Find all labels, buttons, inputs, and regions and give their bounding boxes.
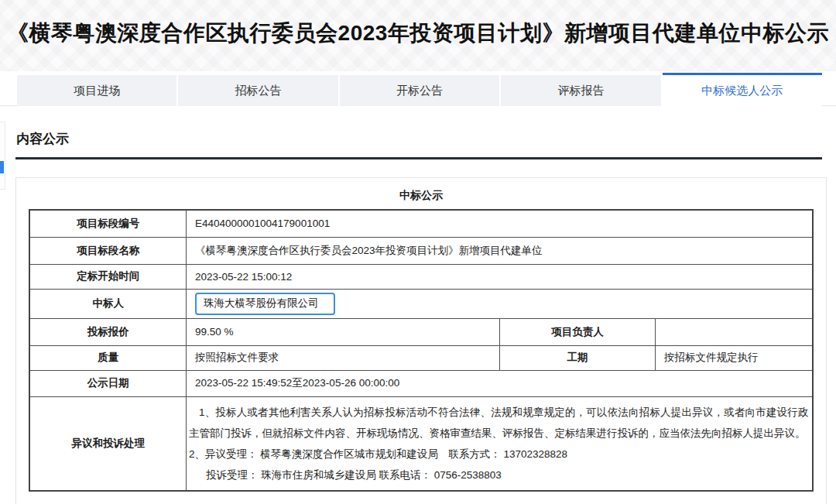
- table-row-publicity-date: 公示日期 2023-05-22 15:49:52至2023-05-26 00:0…: [29, 370, 812, 396]
- notice-panel: 中标公示 项目标段编号 E4404000001004179001001 项目标段…: [15, 177, 827, 504]
- decide-time-label: 定标开始时间: [29, 264, 186, 289]
- objection-paragraph-3: 投诉受理： 珠海市住房和城乡建设局 联系电话： 0756-2538803: [189, 465, 809, 485]
- table-row-objection: 异议和投诉处理 1、投标人或者其他利害关系人认为招标投标活动不符合法律、法规和规…: [29, 396, 812, 491]
- edge-scrollbar-track[interactable]: [0, 122, 5, 190]
- project-manager-value: [655, 318, 812, 345]
- quality-label: 质量: [29, 345, 186, 370]
- tab-bid-opening[interactable]: 开标公告: [340, 73, 501, 106]
- duration-label: 工期: [499, 345, 655, 370]
- decide-time-value: 2023-05-22 15:00:12: [186, 264, 812, 289]
- page: 《横琴粤澳深度合作区执行委员会2023年投资项目计划》新增项目代建单位中标公示 …: [0, 0, 836, 504]
- section-heading-rule: [15, 157, 822, 159]
- edge-scrollbar-thumb[interactable]: [0, 161, 4, 173]
- objection-label: 异议和投诉处理: [29, 396, 186, 491]
- project-name-value: 《横琴粤澳深度合作区执行委员会2023年投资项目计划》新增项目代建单位: [186, 237, 812, 264]
- quality-value: 按照招标文件要求: [186, 345, 499, 370]
- duration-value: 按招标文件规定执行: [655, 345, 812, 370]
- table-row-decide-time: 定标开始时间 2023-05-22 15:00:12: [29, 264, 812, 289]
- table-row-project-name: 项目标段名称 《横琴粤澳深度合作区执行委员会2023年投资项目计划》新增项目代建…: [29, 237, 812, 264]
- winner-value-cell: 珠海大横琴股份有限公司: [186, 289, 812, 318]
- tab-evaluation-report[interactable]: 评标报告: [501, 73, 662, 106]
- table-row-bid-price: 投标报价 99.50 % 项目负责人: [29, 318, 812, 345]
- tab-project-entry[interactable]: 项目进场: [17, 73, 178, 106]
- table-row-quality: 质量 按照招标文件要求 工期 按招标文件规定执行: [29, 345, 812, 370]
- project-code-label: 项目标段编号: [29, 210, 186, 237]
- objection-paragraph-1: 1、投标人或者其他利害关系人认为招标投标活动不符合法律、法规和规章规定的，可以依…: [189, 402, 809, 444]
- tab-winner-candidate-publicity[interactable]: 中标候选人公示: [663, 73, 822, 107]
- table-row-winner: 中标人 珠海大横琴股份有限公司: [29, 289, 812, 318]
- objection-content: 1、投标人或者其他利害关系人认为招标投标活动不符合法律、法规和规章规定的，可以依…: [186, 396, 812, 491]
- table-row-project-code: 项目标段编号 E4404000001004179001001: [29, 210, 812, 237]
- tab-bar: 项目进场 招标公告 开标公告 评标报告 中标候选人公示: [17, 73, 822, 106]
- publicity-date-label: 公示日期: [29, 370, 186, 396]
- winner-label: 中标人: [29, 289, 186, 318]
- tab-tender-announcement[interactable]: 招标公告: [178, 73, 339, 106]
- section-heading: 内容公示: [16, 130, 69, 148]
- page-header: 《横琴粤澳深度合作区执行委员会2023年投资项目计划》新增项目代建单位中标公示: [0, 0, 836, 71]
- publicity-date-value: 2023-05-22 15:49:52至2023-05-26 00:00:00: [186, 370, 812, 396]
- bid-price-value: 99.50 %: [186, 318, 499, 345]
- notice-title: 中标公示: [16, 189, 826, 203]
- project-name-label: 项目标段名称: [29, 237, 186, 264]
- project-code-value: E4404000001004179001001: [186, 210, 812, 237]
- notice-table: 项目标段编号 E4404000001004179001001 项目标段名称 《横…: [29, 209, 813, 492]
- page-title: 《横琴粤澳深度合作区执行委员会2023年投资项目计划》新增项目代建单位中标公示: [0, 19, 836, 48]
- objection-paragraph-2: 2、异议受理： 横琴粤澳深度合作区城市规划和建设局 联系方式： 13702328…: [189, 444, 809, 465]
- winner-highlight-box[interactable]: 珠海大横琴股份有限公司: [195, 293, 336, 315]
- project-manager-label: 项目负责人: [499, 318, 655, 345]
- bid-price-label: 投标报价: [29, 318, 186, 345]
